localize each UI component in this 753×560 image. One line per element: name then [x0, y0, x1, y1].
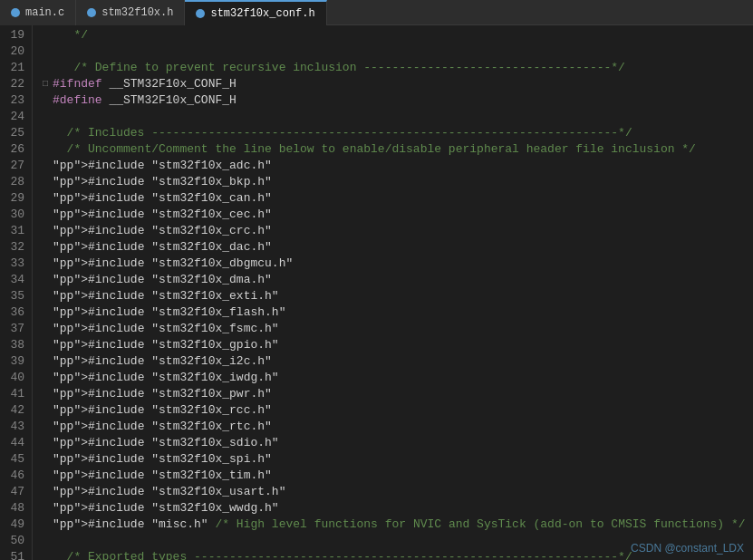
- line-number-32: 32: [4, 239, 24, 256]
- code-line-35: "pp">#include "stm32f10x_exti.h": [40, 288, 746, 304]
- line-text-29: "pp">#include "stm32f10x_can.h": [53, 190, 272, 207]
- fold-icon-23: [40, 92, 51, 109]
- code-line-44: "pp">#include "stm32f10x_sdio.h": [40, 435, 746, 451]
- fold-icon-40: [40, 370, 51, 386]
- line-text-38: "pp">#include "stm32f10x_gpio.h": [53, 337, 279, 353]
- code-line-45: "pp">#include "stm32f10x_spi.h": [40, 451, 746, 468]
- code-line-30: "pp">#include "stm32f10x_cec.h": [40, 207, 746, 223]
- tab-icon-main: [11, 8, 20, 17]
- fold-icon-46: [40, 468, 51, 484]
- code-line-25: /* Includes ----------------------------…: [40, 125, 746, 141]
- code-line-23: #define __STM32F10x_CONF_H: [40, 92, 746, 109]
- fold-icon-31: [40, 223, 51, 239]
- line-number-48: 48: [4, 500, 24, 517]
- line-text-44: "pp">#include "stm32f10x_sdio.h": [53, 435, 279, 451]
- fold-icon-42: [40, 402, 51, 419]
- code-line-48: "pp">#include "stm32f10x_wwdg.h": [40, 500, 746, 517]
- code-line-40: "pp">#include "stm32f10x_iwdg.h": [40, 370, 746, 386]
- fold-icon-35: [40, 288, 51, 304]
- line-text-40: "pp">#include "stm32f10x_iwdg.h": [53, 370, 279, 386]
- code-line-37: "pp">#include "stm32f10x_fsmc.h": [40, 321, 746, 337]
- line-text-43: "pp">#include "stm32f10x_rtc.h": [53, 419, 272, 435]
- fold-icon-41: [40, 386, 51, 402]
- line-text-21: /* Define to prevent recursive inclusion…: [53, 60, 625, 76]
- line-numbers: 1920212223242526272829303132333435363738…: [0, 25, 33, 560]
- fold-icon-37: [40, 321, 51, 337]
- line-text-28: "pp">#include "stm32f10x_bkp.h": [53, 174, 272, 190]
- fold-icon-19: [40, 27, 51, 43]
- fold-icon-47: [40, 484, 51, 500]
- line-text-48: "pp">#include "stm32f10x_wwdg.h": [53, 500, 279, 517]
- fold-icon-51: [40, 549, 51, 560]
- line-number-46: 46: [4, 468, 24, 484]
- code-line-34: "pp">#include "stm32f10x_dma.h": [40, 272, 746, 288]
- fold-icon-27: [40, 158, 51, 174]
- line-text-37: "pp">#include "stm32f10x_fsmc.h": [53, 321, 279, 337]
- code-content[interactable]: */ /* Define to prevent recursive inclus…: [33, 25, 753, 560]
- fold-icon-24: [40, 109, 51, 125]
- line-text-30: "pp">#include "stm32f10x_cec.h": [53, 207, 272, 223]
- code-line-20: [40, 43, 746, 60]
- line-text-26: /* Uncomment/Comment the line below to e…: [53, 141, 696, 158]
- fold-icon-48: [40, 500, 51, 517]
- code-line-38: "pp">#include "stm32f10x_gpio.h": [40, 337, 746, 353]
- line-number-29: 29: [4, 190, 24, 207]
- line-number-40: 40: [4, 370, 24, 386]
- fold-icon-25: [40, 125, 51, 141]
- code-line-46: "pp">#include "stm32f10x_tim.h": [40, 468, 746, 484]
- line-text-46: "pp">#include "stm32f10x_tim.h": [53, 468, 272, 484]
- fold-icon-33: [40, 256, 51, 272]
- fold-icon-28: [40, 174, 51, 190]
- line-number-19: 19: [4, 27, 24, 43]
- line-text-32: "pp">#include "stm32f10x_dac.h": [53, 239, 272, 256]
- line-number-49: 49: [4, 517, 24, 533]
- tab-label-conf: stm32f10x_conf.h: [210, 7, 314, 20]
- code-line-41: "pp">#include "stm32f10x_pwr.h": [40, 386, 746, 402]
- line-number-21: 21: [4, 60, 24, 76]
- code-line-27: "pp">#include "stm32f10x_adc.h": [40, 158, 746, 174]
- tab-stm32f10x-h[interactable]: stm32f10x.h: [76, 0, 185, 25]
- line-number-33: 33: [4, 256, 24, 272]
- line-text-35: "pp">#include "stm32f10x_exti.h": [53, 288, 279, 304]
- line-text-34: "pp">#include "stm32f10x_dma.h": [53, 272, 272, 288]
- fold-icon-43: [40, 419, 51, 435]
- code-area: 1920212223242526272829303132333435363738…: [0, 25, 753, 560]
- watermark: CSDN @constant_LDX: [631, 542, 744, 555]
- code-line-49: "pp">#include "misc.h" /* High level fun…: [40, 517, 746, 533]
- tab-main-c[interactable]: main.c: [0, 0, 76, 25]
- fold-icon-36: [40, 304, 51, 321]
- fold-icon-20: [40, 43, 51, 60]
- line-number-44: 44: [4, 435, 24, 451]
- code-line-32: "pp">#include "stm32f10x_dac.h": [40, 239, 746, 256]
- line-text-25: /* Includes ----------------------------…: [53, 125, 632, 141]
- line-number-20: 20: [4, 43, 24, 60]
- code-line-21: /* Define to prevent recursive inclusion…: [40, 60, 746, 76]
- line-number-43: 43: [4, 419, 24, 435]
- code-line-24: [40, 109, 746, 125]
- fold-icon-38: [40, 337, 51, 353]
- line-text-22: #ifndef __STM32F10x_CONF_H: [53, 76, 237, 92]
- line-number-37: 37: [4, 321, 24, 337]
- code-line-31: "pp">#include "stm32f10x_crc.h": [40, 223, 746, 239]
- tab-label-stm32: stm32f10x.h: [101, 6, 173, 19]
- line-text-45: "pp">#include "stm32f10x_spi.h": [53, 451, 272, 468]
- fold-icon-50: [40, 533, 51, 549]
- line-number-35: 35: [4, 288, 24, 304]
- code-line-47: "pp">#include "stm32f10x_usart.h": [40, 484, 746, 500]
- code-line-19: */: [40, 27, 746, 43]
- line-number-25: 25: [4, 125, 24, 141]
- line-number-24: 24: [4, 109, 24, 125]
- line-number-41: 41: [4, 386, 24, 402]
- line-number-42: 42: [4, 402, 24, 419]
- line-text-39: "pp">#include "stm32f10x_i2c.h": [53, 353, 272, 370]
- line-number-51: 51: [4, 549, 24, 560]
- fold-icon-22[interactable]: □: [40, 76, 51, 92]
- line-number-38: 38: [4, 337, 24, 353]
- line-number-31: 31: [4, 223, 24, 239]
- line-number-34: 34: [4, 272, 24, 288]
- code-line-43: "pp">#include "stm32f10x_rtc.h": [40, 419, 746, 435]
- line-number-26: 26: [4, 141, 24, 158]
- tab-icon-conf: [196, 9, 205, 18]
- code-line-33: "pp">#include "stm32f10x_dbgmcu.h": [40, 256, 746, 272]
- tab-stm32f10x-conf-h[interactable]: stm32f10x_conf.h: [185, 0, 326, 25]
